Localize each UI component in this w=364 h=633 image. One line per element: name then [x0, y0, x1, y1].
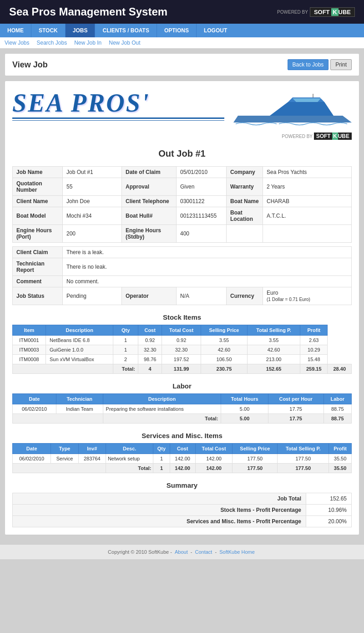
header-logo: POWERED BY SOFT KUBE: [277, 7, 355, 17]
stock-items-section: Stock Items Item Description Qty Cost To…: [12, 313, 352, 374]
boat-location-value: A.T.C.L.: [263, 207, 352, 225]
labor-col-labor: Labor: [324, 394, 351, 404]
footer-about[interactable]: About: [175, 549, 188, 555]
stock-table-row: ITM0008 Sun xVM VirtualBox 2 98.76 197.5…: [13, 355, 352, 364]
svc-col-total-cost: Total Cost: [195, 444, 233, 454]
services-table-row: 06/02/2010 Service 283764 Network setup …: [13, 454, 352, 464]
boat-model-value: Mochi #34: [63, 207, 122, 225]
approval-label: Approval: [122, 178, 177, 196]
main-content: View Job Back to Jobs Print SEA PROS': [0, 49, 364, 544]
labor-title: Labor: [12, 382, 352, 390]
nav-stock[interactable]: STOCK: [31, 24, 66, 37]
stock-table-row: ITM0003 GuiGenie 1.0.0 1 32.30 32.30 42.…: [13, 345, 352, 355]
services-table: Date Type Inv# Desc. Qty Cost Total Cost…: [12, 443, 352, 473]
client-tel-value: 03001122: [177, 196, 227, 207]
footer-home[interactable]: SoftKube Home: [219, 549, 255, 555]
company-value: Sea Pros Yachts: [263, 167, 352, 178]
engine-port-value: 200: [63, 225, 122, 243]
print-button[interactable]: Print: [330, 59, 352, 70]
summary-row: Job Total 152.65: [13, 493, 352, 505]
svc-col-type: Type: [51, 444, 78, 454]
job-status-label: Job Status: [13, 287, 63, 305]
subnav-view-jobs[interactable]: View Jobs: [5, 40, 29, 46]
svc-col-desc: Desc.: [106, 444, 153, 454]
company-label: Company: [227, 167, 263, 178]
logo-area: SEA PROS': [12, 88, 352, 144]
footer-text: Copyright © 2010 SoftKube -: [108, 549, 172, 555]
client-tel-label: Client Telephone: [122, 196, 177, 207]
engine-port-label: Engine Hours (Port): [13, 225, 63, 243]
currency-label: Currency: [227, 287, 263, 305]
labor-total-row: Total: 5.00 17.75 88.75: [13, 414, 352, 424]
operator-value: N/A: [177, 287, 227, 305]
col-total-cost: Total Cost: [162, 325, 201, 336]
boat-name-value: CHARAB: [263, 196, 352, 207]
summary-title: Summary: [12, 481, 352, 489]
client-name-value: John Doe: [63, 196, 122, 207]
back-to-jobs-button[interactable]: Back to Jobs: [288, 59, 329, 70]
comment-label: Comment: [13, 276, 63, 287]
subnav-new-job-out[interactable]: New Job Out: [109, 40, 140, 46]
svc-col-profit: Profit: [329, 444, 352, 454]
subnav-new-job-in[interactable]: New Job In: [74, 40, 101, 46]
approval-value: Given: [177, 178, 227, 196]
nav-options[interactable]: OPTIONS: [157, 24, 197, 37]
svc-col-inv: Inv#: [78, 444, 106, 454]
currency-note: (1 Dollar = 0.71 Euro): [267, 297, 310, 302]
warranty-value: 2 Years: [263, 178, 352, 196]
job-name-value: Job Out #1: [63, 167, 122, 178]
boat-location-label: Boat Location: [227, 207, 263, 225]
col-item: Item: [13, 325, 46, 336]
job-name-label: Job Name: [13, 167, 63, 178]
tech-report-label: Technician Report: [13, 258, 63, 276]
softkube-logo: SOFT KUBE: [310, 7, 355, 17]
job-detail-card: SEA PROS': [5, 81, 359, 535]
sea-pros-logo: SEA PROS': [12, 88, 233, 121]
footer-contact[interactable]: Contact: [195, 549, 212, 555]
engine-stdby-label: Engine Hours (Stdby): [122, 225, 177, 243]
stock-items-title: Stock Items: [12, 313, 352, 321]
warranty-label: Warranty: [227, 178, 263, 196]
svc-col-qty: Qty: [153, 444, 170, 454]
svc-col-date: Date: [13, 444, 51, 454]
labor-table-row: 06/02/2010 Indian Team Preparing the sof…: [13, 404, 352, 414]
labor-col-tech: Technician: [56, 394, 103, 404]
tech-report-value: There is no leak.: [63, 258, 352, 276]
date-claim-value: 05/01/2010: [177, 167, 227, 178]
page-title: View Job: [12, 60, 48, 70]
nav-clients-boats[interactable]: CLIENTS / BOATS: [95, 24, 157, 37]
labor-section: Labor Date Technician Description Total …: [12, 382, 352, 424]
comment-value: No comment.: [63, 276, 352, 287]
labor-col-date: Date: [13, 394, 56, 404]
summary-section: Summary Job Total 152.65 Stock Items - P…: [12, 481, 352, 527]
col-profit: Profit: [300, 325, 328, 336]
col-cost: Cost: [138, 325, 162, 336]
sub-nav: View Jobs Search Jobs New Job In New Job…: [0, 37, 364, 49]
svc-col-total-selling: Total Selling P.: [278, 444, 329, 454]
nav-jobs[interactable]: JOBS: [66, 24, 96, 37]
stock-table-row: ITM0001 NetBeans IDE 6.8 1 0.92 0.92 3.5…: [13, 336, 352, 345]
client-claim-value: There is a leak.: [63, 247, 352, 258]
powered-by-softkube: POWERED BY SOFT KUBE: [12, 133, 352, 139]
page-footer: Copyright © 2010 SoftKube - About - Cont…: [0, 544, 364, 559]
nav-bar: HOME STOCK JOBS CLIENTS / BOATS OPTIONS …: [0, 24, 364, 37]
col-total-selling: Total Selling P.: [248, 325, 300, 336]
view-job-card: View Job Back to Jobs Print: [5, 53, 359, 76]
boat-hull-label: Boat Hull#: [122, 207, 177, 225]
services-total-row: Total: 1 142.00 142.00 177.50 177.50 35.…: [13, 464, 352, 473]
summary-table: Job Total 152.65 Stock Items - Profit Pe…: [12, 493, 352, 527]
client-claim-label: Client Claim: [13, 247, 63, 258]
operator-label: Operator: [122, 287, 177, 305]
job-extra-table: Client Claim There is a leak. Technician…: [12, 246, 352, 305]
svc-col-cost: Cost: [170, 444, 195, 454]
services-title: Services and Misc. Items: [12, 432, 352, 439]
summary-row: Stock Items - Profit Percentage 10.96%: [13, 505, 352, 516]
currency-value: Euro (1 Dollar = 0.71 Euro): [263, 287, 352, 305]
labor-col-cph: Cost per Hour: [268, 394, 324, 404]
nav-logout[interactable]: LOGOUT: [197, 24, 234, 37]
stock-items-table: Item Description Qty Cost Total Cost Sel…: [12, 325, 352, 374]
nav-home[interactable]: HOME: [0, 24, 31, 37]
job-info-table: Job Name Job Out #1 Date of Claim 05/01/…: [12, 166, 352, 243]
job-status-value: Pending: [63, 287, 122, 305]
subnav-search-jobs[interactable]: Search Jobs: [36, 40, 67, 46]
